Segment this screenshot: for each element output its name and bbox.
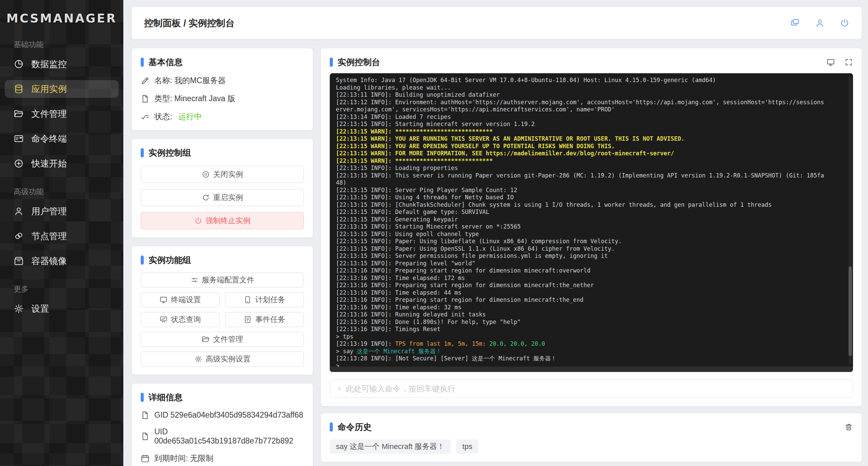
card-title: 命令历史 [330, 421, 372, 433]
link-icon [14, 231, 24, 241]
accent-bar [141, 393, 144, 402]
control-group-card: 实例控制组 关闭实例 重启实例 强制终止实例 [132, 139, 313, 237]
sidebar-item-user-management[interactable]: 用户管理 [5, 202, 119, 220]
history-command-chip[interactable]: say 这是一个 Minecraft 服务器！ [330, 439, 451, 454]
sidebar-item-command-terminal[interactable]: 命令终端 [5, 130, 119, 147]
chevron-right-icon [336, 385, 343, 392]
accent-bar [141, 255, 144, 265]
uid-value: UID 00de653a01c543b19187d8e7b772b892 [154, 427, 304, 446]
edit-icon[interactable] [141, 76, 150, 85]
terminal-settings-button[interactable]: 终端设置 [141, 292, 220, 307]
gid-row: GID 529e6a04ebf3405d95834294d73aff68 [141, 410, 304, 420]
function-buttons: 服务端配置文件 终端设置 计划任务 状态查询 [141, 273, 304, 367]
instance-type: 类型: Minecraft Java 版 [154, 93, 235, 104]
expiry-value: 到期时间: 无限制 [154, 453, 214, 464]
status-label: 状态: [154, 111, 172, 122]
command-history-card: 命令历史 say 这是一个 Minecraft 服务器！tps [321, 413, 862, 462]
history-actions [844, 423, 853, 431]
sidebar-item-app-instances[interactable]: 应用实例 [5, 80, 119, 98]
stop-instance-button[interactable]: 关闭实例 [141, 166, 304, 183]
document-icon [141, 432, 150, 441]
monitor-icon[interactable] [826, 58, 835, 66]
status-check-icon [141, 112, 150, 121]
sidebar-item-label: 用户管理 [31, 205, 67, 217]
card-title-text: 详细信息 [149, 392, 183, 403]
card-title-text: 命令历史 [338, 421, 372, 433]
box-icon [14, 256, 24, 266]
sidebar-item-label: 应用实例 [31, 83, 67, 95]
uid-row: UID 00de653a01c543b19187d8e7b772b892 [141, 427, 304, 446]
fullscreen-icon[interactable] [844, 58, 853, 66]
restart-instance-button[interactable]: 重启实例 [141, 189, 304, 206]
scheduled-tasks-button[interactable]: 计划任务 [225, 292, 304, 307]
trash-icon[interactable] [844, 423, 853, 431]
document-icon [141, 411, 150, 420]
horizontal-scrollbar[interactable] [330, 367, 853, 372]
history-header: 命令历史 [330, 421, 853, 433]
header-actions [790, 18, 850, 28]
card-title-text: 实例功能组 [149, 254, 191, 266]
basic-info-card: 基本信息 名称: 我的MC服务器 类型: Minecraft Java 版 状态… [132, 48, 313, 130]
document-icon [141, 94, 150, 103]
status-query-button[interactable]: 状态查询 [141, 312, 220, 327]
sidebar-item-file-management[interactable]: 文件管理 [5, 105, 119, 123]
monitor-icon [159, 296, 168, 304]
file-management-button[interactable]: 文件管理 [141, 332, 304, 347]
command-input-wrapper [330, 379, 853, 398]
sidebar-item-data-monitor[interactable]: 数据监控 [5, 55, 119, 73]
breadcrumb: 控制面板 / 实例控制台 [144, 17, 235, 29]
presentation-icon [159, 315, 168, 324]
button-label: 关闭实例 [213, 169, 243, 180]
gear-icon [194, 355, 202, 363]
sidebar-item-container-images[interactable]: 容器镜像 [5, 252, 119, 270]
sidebar-item-label: 文件管理 [31, 108, 67, 120]
folder-open-icon [202, 335, 210, 343]
tablet-icon [244, 296, 252, 304]
power-icon[interactable] [840, 18, 850, 28]
command-input[interactable] [346, 384, 847, 393]
sidebar-item-label: 命令终端 [31, 133, 67, 145]
console-actions [826, 58, 853, 66]
layout-icon[interactable] [790, 18, 800, 28]
accent-bar [141, 148, 144, 157]
instance-status-row: 状态: 运行中 [141, 111, 304, 122]
plus-circle-icon [14, 158, 24, 169]
user-icon[interactable] [815, 18, 825, 28]
card-title: 实例控制台 [330, 57, 380, 68]
sidebar-item-quick-start[interactable]: 快速开始 [5, 155, 119, 172]
power-icon [194, 217, 202, 225]
function-group-card: 实例功能组 服务端配置文件 终端设置 计划任务 [132, 246, 313, 375]
sidebar-item-label: 节点管理 [31, 230, 67, 242]
button-label: 高级实例设置 [206, 354, 251, 364]
event-tasks-button[interactable]: 事件任务 [225, 312, 304, 327]
sidebar-section-basic: 基础功能 [14, 40, 123, 50]
terminal: System Info: Java 17 (OpenJDK 64-Bit Ser… [330, 73, 853, 372]
refresh-icon [202, 193, 210, 202]
server-config-button[interactable]: 服务端配置文件 [141, 273, 304, 288]
calendar-icon [141, 454, 150, 463]
terminal-output: System Info: Java 17 (OpenJDK 64-Bit Ser… [336, 77, 847, 370]
instance-type-row: 类型: Minecraft Java 版 [141, 93, 304, 104]
gid-value: GID 529e6a04ebf3405d95834294d73aff68 [154, 410, 303, 420]
advanced-settings-button[interactable]: 高级实例设置 [141, 352, 304, 367]
card-title: 详细信息 [141, 392, 304, 403]
mcsmanager-app: MCSMANAGER 基础功能 数据监控 应用实例 文件管理 命令终端 快速开始… [0, 0, 868, 466]
vertical-scrollbar-thumb[interactable] [849, 266, 852, 356]
gear-icon [14, 304, 24, 314]
right-column: 实例控制台 System Info: Java 17 (OpenJDK 64-B… [321, 48, 862, 462]
sidebar-item-label: 数据监控 [31, 58, 67, 70]
accent-bar [141, 58, 144, 67]
sidebar-item-node-management[interactable]: 节点管理 [5, 227, 119, 245]
details-card: 详细信息 GID 529e6a04ebf3405d95834294d73aff6… [132, 384, 313, 466]
console-card: 实例控制台 System Info: Java 17 (OpenJDK 64-B… [321, 48, 862, 406]
history-chips: say 这是一个 Minecraft 服务器！tps [330, 439, 853, 454]
status-badge: 运行中 [178, 111, 202, 122]
accent-bar [330, 422, 333, 432]
force-kill-instance-button[interactable]: 强制终止实例 [141, 212, 304, 229]
sidebar-item-settings[interactable]: 设置 [5, 300, 119, 317]
history-command-chip[interactable]: tps [456, 439, 478, 454]
sliders-icon [190, 276, 199, 284]
button-label: 事件任务 [255, 314, 285, 325]
sidebar-item-label: 快速开始 [31, 158, 67, 170]
card-title: 基本信息 [141, 57, 304, 68]
